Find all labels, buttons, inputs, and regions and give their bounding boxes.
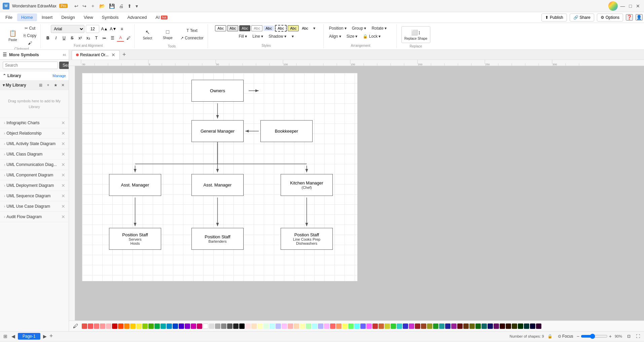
color-swatch-75[interactable] [536,323,541,329]
format-painter-button[interactable]: 🖌 [22,40,38,46]
print-button[interactable]: 🖨 [117,2,125,10]
connector-tool-button[interactable]: ↗ Connector [178,35,205,41]
org-node-gm[interactable]: General Manager [191,120,244,142]
sidebar-item-close-1[interactable]: ✕ [61,131,66,136]
focus-button[interactable]: ⊙ Focus [556,333,575,340]
color-swatch-68[interactable] [494,323,499,329]
underline-button[interactable]: U [60,34,68,42]
color-swatch-31[interactable] [270,323,275,329]
color-swatch-72[interactable] [518,323,523,329]
lock-button[interactable]: 🔒 Lock ▾ [361,33,383,40]
font-size-increase[interactable]: A▲ [101,25,108,33]
style-1[interactable]: Abc [215,25,226,31]
zoom-out-button[interactable]: − [577,334,579,339]
color-swatch-33[interactable] [282,323,287,329]
color-swatch-5[interactable] [112,323,117,329]
color-swatch-20[interactable] [203,323,208,329]
color-swatch-38[interactable] [312,323,317,329]
color-swatch-32[interactable] [276,323,281,329]
styles-more[interactable]: ▾ [290,33,296,40]
italic-button[interactable]: I [52,34,60,42]
style-3[interactable]: Abc [239,25,250,31]
shadow-button[interactable]: Shadow ▾ [266,33,288,40]
color-swatch-35[interactable] [294,323,299,329]
canvas[interactable]: OwnersGeneral ManagerBookkeeperAsst. Man… [75,66,644,320]
sidebar-item-close-7[interactable]: ✕ [61,193,66,199]
color-swatch-42[interactable] [336,323,342,329]
cut-button[interactable]: ✂ Cut [22,25,38,32]
size-button[interactable]: Size ▾ [345,33,360,40]
sidebar-item-0[interactable]: › Infographic Charts ✕ [0,118,69,128]
sidebar-item-close-6[interactable]: ✕ [61,183,66,188]
color-swatch-13[interactable] [160,323,166,329]
undo-button[interactable]: ↩ [73,2,80,10]
redo-button[interactable]: ↪ [81,2,88,10]
color-swatch-41[interactable] [330,323,335,329]
color-swatch-50[interactable] [385,323,390,329]
color-swatch-6[interactable] [118,323,123,329]
color-swatch-39[interactable] [318,323,323,329]
color-swatch-11[interactable] [148,323,154,329]
sidebar-item-7[interactable]: › UML Sequence Diagram ✕ [0,191,69,201]
sidebar-item-close-5[interactable]: ✕ [61,172,66,178]
color-swatch-26[interactable] [239,323,245,329]
color-swatch-63[interactable] [463,323,469,329]
color-swatch-67[interactable] [488,323,493,329]
color-swatch-37[interactable] [306,323,311,329]
color-swatch-69[interactable] [500,323,505,329]
color-swatch-62[interactable] [457,323,463,329]
sidebar-item-close-9[interactable]: ✕ [61,214,66,219]
options-button[interactable]: ⚙ Options [597,13,623,22]
subscript-button[interactable]: x₂ [84,34,92,42]
org-node-kitchen[interactable]: Kitchen Manager(Chef) [281,174,333,196]
my-library-grid-button[interactable]: ⊞ [38,82,44,88]
publish-button[interactable]: ⬆ Publish [541,13,567,22]
org-node-owners[interactable]: Owners [191,80,244,102]
lock-view-button[interactable]: 🔒 [545,333,554,340]
fit-page-button[interactable]: ⊡ [625,333,633,340]
sidebar-item-close-8[interactable]: ✕ [61,204,66,209]
color-swatch-24[interactable] [227,323,232,329]
list-button[interactable]: ≔ [101,34,108,42]
color-swatch-15[interactable] [173,323,178,329]
sidebar-item-3[interactable]: › UML Class Diagram ✕ [0,149,69,160]
zoom-in-button[interactable]: + [609,334,612,339]
color-swatch-66[interactable] [481,323,487,329]
sidebar-item-close-0[interactable]: ✕ [61,120,66,126]
menu-view[interactable]: View [80,13,97,21]
color-swatch-55[interactable] [415,323,420,329]
color-swatch-22[interactable] [215,323,220,329]
fill-button[interactable]: Fill ▾ [237,33,249,40]
menu-symbols[interactable]: Symbols [98,13,123,21]
org-node-asst1[interactable]: Asst. Manager [109,174,161,196]
indent-button[interactable]: ☰ [109,34,116,42]
color-swatch-58[interactable] [433,323,438,329]
text-align-button[interactable]: ≡ [118,25,126,33]
color-swatch-1[interactable] [88,323,93,329]
minimize-button[interactable]: — [619,1,627,11]
copy-button[interactable]: ⎘ Copy [22,32,38,39]
menu-advanced[interactable]: Advanced [123,13,151,21]
color-swatch-53[interactable] [403,323,408,329]
color-swatch-57[interactable] [427,323,432,329]
style-2[interactable]: Abc [227,25,238,31]
tab-restaurant[interactable]: Restaurant Or... ✕ [72,50,120,60]
font-size-input[interactable] [86,25,99,33]
color-swatch-21[interactable] [209,323,214,329]
help-button[interactable]: ❓ [626,14,633,21]
color-swatch-3[interactable] [100,323,105,329]
color-swatch-34[interactable] [288,323,293,329]
page-1-tab[interactable]: Page-1 [18,333,40,340]
my-library-star-button[interactable]: ★ [52,82,59,88]
position-button[interactable]: Position ▾ [327,25,349,32]
my-library-close-button[interactable]: ✕ [60,82,66,88]
select-tool-button[interactable]: ↖ Select [138,25,157,44]
color-swatch-56[interactable] [421,323,426,329]
sidebar-item-8[interactable]: › UML Use Case Diagram ✕ [0,201,69,212]
style-8[interactable]: Abc [300,26,310,31]
shape-tool-button[interactable]: □ Shape [158,25,177,44]
color-swatch-70[interactable] [506,323,511,329]
color-swatch-12[interactable] [154,323,160,329]
menu-insert[interactable]: Insert [38,13,57,21]
rotate-button[interactable]: Rotate ▾ [369,25,389,32]
